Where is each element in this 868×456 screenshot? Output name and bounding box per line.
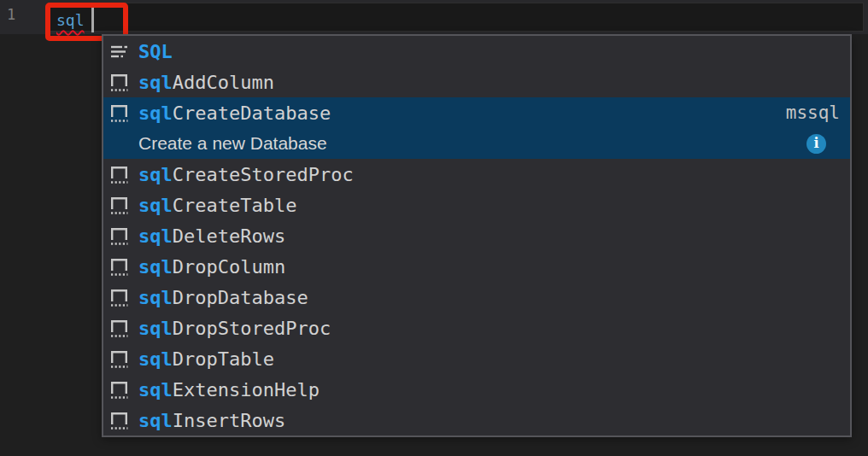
suggest-item-label: sqlCreateDatabase <box>138 102 331 124</box>
suggest-item-description: Create a new Database <box>138 133 327 154</box>
suggest-item-label: sqlCreateTable <box>138 195 296 216</box>
suggest-item-label: sqlCreateStoredProc <box>138 164 354 185</box>
suggest-item-label: sqlDropColumn <box>138 256 285 278</box>
snippet-icon <box>109 319 129 338</box>
suggest-item[interactable]: sqlAddColumn <box>103 67 850 97</box>
snippet-icon <box>109 411 129 430</box>
suggest-item[interactable]: sqlCreateDatabase mssql <box>103 97 850 128</box>
suggest-item[interactable]: sqlCreateTable <box>103 190 850 220</box>
text-completion-icon <box>109 42 129 61</box>
snippet-icon <box>109 226 129 246</box>
snippet-icon <box>109 73 129 92</box>
suggest-item-label: sqlDropTable <box>138 348 274 370</box>
suggest-item[interactable]: sqlExtensionHelp <box>103 374 850 405</box>
suggest-item-label: sqlInsertRows <box>138 410 285 431</box>
suggest-list: SQL sqlAddColumn sqlCreateDatabase mssql… <box>103 36 850 436</box>
snippet-icon <box>109 165 129 184</box>
suggest-item[interactable]: sqlDropDatabase <box>103 282 850 313</box>
suggest-item-label: sqlExtensionHelp <box>138 379 320 400</box>
suggest-item[interactable]: sqlDropColumn <box>103 251 850 282</box>
suggest-item[interactable]: sqlDeleteRows <box>103 220 850 251</box>
suggest-item-label: sqlAddColumn <box>138 72 274 93</box>
snippet-icon <box>109 349 129 369</box>
suggest-widget: SQL sqlAddColumn sqlCreateDatabase mssql… <box>102 34 852 437</box>
suggest-item-label: SQL <box>138 41 173 62</box>
suggest-item-label: sqlDropDatabase <box>138 287 308 308</box>
suggest-item[interactable]: SQL <box>103 36 850 67</box>
suggest-item[interactable]: sqlDropStoredProc <box>103 313 850 343</box>
suggest-item-label: sqlDeleteRows <box>138 225 285 247</box>
snippet-icon <box>109 196 129 215</box>
line-number: 1 <box>7 8 15 22</box>
snippet-icon <box>109 288 129 307</box>
suggest-item[interactable]: sqlDropTable <box>103 343 850 374</box>
suggest-item[interactable]: sqlInsertRows <box>103 405 850 436</box>
info-icon[interactable]: i <box>806 134 826 154</box>
snippet-icon <box>109 380 129 400</box>
suggest-item-detail: mssql <box>786 102 840 123</box>
suggest-item-label: sqlDropStoredProc <box>138 318 331 339</box>
current-line-highlight <box>49 3 864 32</box>
suggest-item-description-row: Create a new Database i <box>103 128 850 159</box>
snippet-icon <box>109 257 129 277</box>
snippet-icon <box>109 103 129 123</box>
suggest-item[interactable]: sqlCreateStoredProc <box>103 159 850 190</box>
